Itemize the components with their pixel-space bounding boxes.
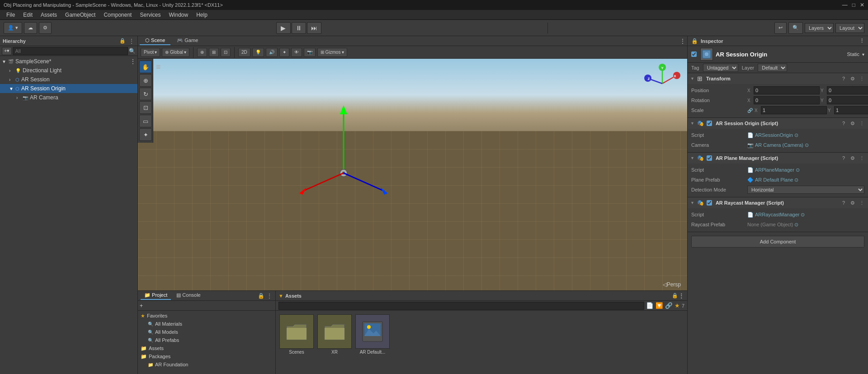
- scale-lock-icon[interactable]: 🔗: [747, 108, 753, 113]
- audio-button[interactable]: 🔊: [266, 48, 278, 57]
- apm-detection-select[interactable]: Horizontal Vertical Everything: [747, 186, 864, 194]
- tree-item-directional-light[interactable]: › 💡 Directional Light: [0, 66, 137, 75]
- aso-settings-icon[interactable]: ⚙: [849, 120, 856, 127]
- assets-search-input[interactable]: [278, 302, 644, 310]
- ar-raycast-manager-header[interactable]: ▼ 🎭 AR Raycast Manager (Script) ? ⚙ ⋮: [688, 197, 868, 208]
- scale-tool-btn[interactable]: ⊡: [139, 101, 152, 114]
- ar-raycast-manager-checkbox[interactable]: [707, 200, 712, 206]
- object-active-checkbox[interactable]: [691, 51, 697, 57]
- favorites-item[interactable]: ★ Favorites: [138, 312, 275, 320]
- apm-help-icon[interactable]: ?: [840, 154, 847, 162]
- arm-more-icon[interactable]: ⋮: [858, 199, 865, 206]
- pivot-button[interactable]: Pivot ▾: [141, 48, 160, 57]
- samplescene-menu[interactable]: ⋮: [130, 58, 136, 65]
- global-button[interactable]: ⊕ Global ▾: [162, 48, 189, 57]
- rect-tool-btn[interactable]: ▭: [139, 115, 152, 127]
- menu-help[interactable]: Help: [193, 11, 211, 19]
- transform-tool-btn[interactable]: ✦: [139, 128, 152, 141]
- hierarchy-lock-icon[interactable]: 🔒: [119, 38, 126, 44]
- undo-button[interactable]: ↩: [774, 22, 787, 34]
- scene-panel-menu[interactable]: ⋮: [680, 38, 685, 44]
- menu-gameobject[interactable]: GameObject: [61, 11, 99, 19]
- tab-project[interactable]: 📁 Project: [141, 291, 171, 300]
- hierarchy-search-icon[interactable]: 🔍: [129, 48, 136, 54]
- ar-plane-manager-checkbox[interactable]: [707, 155, 712, 161]
- hand-tool[interactable]: ✋: [139, 61, 152, 73]
- transform-more-icon[interactable]: ⋮: [858, 75, 865, 82]
- step-button[interactable]: ⏭: [307, 22, 321, 34]
- project-menu[interactable]: ⋮: [266, 292, 273, 299]
- tree-item-ar-session-origin[interactable]: ▼ ⬡ AR Session Origin: [0, 84, 137, 93]
- viewport-menu[interactable]: ≡: [156, 62, 161, 72]
- ar-foundation-item[interactable]: 📁 AR Foundation: [138, 360, 275, 369]
- layer-select[interactable]: Default: [758, 64, 787, 72]
- menu-services[interactable]: Services: [136, 11, 164, 19]
- project-add-button[interactable]: +: [140, 303, 143, 309]
- arm-raycastprefab-target[interactable]: ⊙: [794, 222, 798, 228]
- apm-more-icon[interactable]: ⋮: [858, 154, 865, 162]
- tag-select[interactable]: Untagged: [703, 64, 738, 72]
- minimize-button[interactable]: —: [842, 2, 848, 8]
- asset-item-ardefault[interactable]: AR Default...: [355, 314, 390, 370]
- menu-edit[interactable]: Edit: [19, 11, 36, 19]
- account-button[interactable]: 👤 ▾: [4, 22, 22, 34]
- layers-dropdown[interactable]: Layers: [805, 23, 834, 33]
- menu-assets[interactable]: Assets: [37, 11, 61, 19]
- search-button[interactable]: 🔍: [788, 22, 803, 34]
- object-name[interactable]: AR Session Origin: [716, 51, 844, 58]
- apm-script-value[interactable]: ARPlaneManager: [755, 167, 794, 173]
- apm-planeprefab-target[interactable]: ⊙: [794, 177, 798, 183]
- tree-item-ar-camera[interactable]: › 📷 AR Camera: [0, 93, 137, 102]
- static-dropdown[interactable]: ▾: [862, 52, 864, 57]
- assets-icon1[interactable]: 📄: [646, 302, 654, 309]
- all-prefabs-item[interactable]: 🔍 All Prefabs: [138, 336, 275, 344]
- tree-item-samplescene[interactable]: ▼ 🎬 SampleScene* ⋮: [0, 57, 137, 66]
- 2d-button[interactable]: 2D: [238, 48, 250, 57]
- maximize-button[interactable]: □: [852, 2, 855, 8]
- pos-x-input[interactable]: [754, 86, 820, 94]
- move-tool-btn[interactable]: ⊕: [139, 74, 152, 87]
- inspector-lock-icon[interactable]: 🔒: [691, 38, 698, 44]
- tab-game[interactable]: 🎮 Game: [171, 37, 203, 45]
- transform-help-icon[interactable]: ?: [840, 75, 847, 82]
- assets-folder-item[interactable]: 📁 Assets: [138, 344, 275, 352]
- aso-script-value[interactable]: ARSessionOrigin: [755, 132, 793, 138]
- tree-item-ar-session[interactable]: › ⬡ AR Session: [0, 75, 137, 84]
- scale-y-input[interactable]: [834, 106, 868, 114]
- menu-window[interactable]: Window: [165, 11, 192, 19]
- hierarchy-menu-icon[interactable]: ⋮: [128, 37, 135, 45]
- rotate-tool[interactable]: ⊞: [209, 48, 219, 57]
- camera-button[interactable]: 📷: [304, 48, 316, 57]
- project-lock[interactable]: 🔒: [258, 293, 264, 299]
- lighting-button[interactable]: 💡: [252, 48, 264, 57]
- assets-icon2[interactable]: 🔽: [656, 302, 663, 309]
- rot-y-input[interactable]: [827, 96, 868, 104]
- aso-more-icon[interactable]: ⋮: [858, 120, 865, 127]
- hierarchy-add-button[interactable]: +▾: [2, 47, 12, 55]
- asset-item-scenes[interactable]: Scenes: [279, 314, 314, 370]
- tab-scene[interactable]: ⬡ Scene: [140, 37, 170, 45]
- move-tool[interactable]: ⊕: [197, 48, 207, 57]
- layout-dropdown[interactable]: Layout: [835, 23, 864, 33]
- menu-component[interactable]: Component: [100, 11, 135, 19]
- arm-script-value[interactable]: ARRaycastManager: [755, 212, 799, 217]
- all-materials-item[interactable]: 🔍 All Materials: [138, 320, 275, 328]
- all-models-item[interactable]: 🔍 All Models: [138, 328, 275, 336]
- rot-x-input[interactable]: [754, 96, 820, 104]
- menu-file[interactable]: File: [3, 11, 19, 19]
- tab-console[interactable]: ▤ Console: [173, 291, 204, 300]
- transform-header[interactable]: ▼ ⊞ Transform ? ⚙ ⋮: [688, 73, 868, 84]
- hierarchy-search-input[interactable]: [13, 47, 128, 55]
- play-button[interactable]: ▶: [276, 22, 291, 34]
- pos-y-input[interactable]: [827, 86, 868, 94]
- hidden-button[interactable]: 👁: [291, 48, 302, 57]
- assets-icon3[interactable]: 🔗: [665, 302, 673, 309]
- pause-button[interactable]: ⏸: [292, 22, 306, 34]
- apm-settings-icon[interactable]: ⚙: [849, 154, 856, 162]
- asset-item-xr[interactable]: XR: [317, 314, 352, 370]
- aso-help-icon[interactable]: ?: [840, 120, 847, 127]
- inspector-menu[interactable]: ⋮: [859, 38, 864, 44]
- scale-tool[interactable]: ⊡: [221, 48, 231, 57]
- rotate-tool-btn[interactable]: ↻: [139, 88, 152, 100]
- transform-settings-icon[interactable]: ⚙: [849, 75, 856, 82]
